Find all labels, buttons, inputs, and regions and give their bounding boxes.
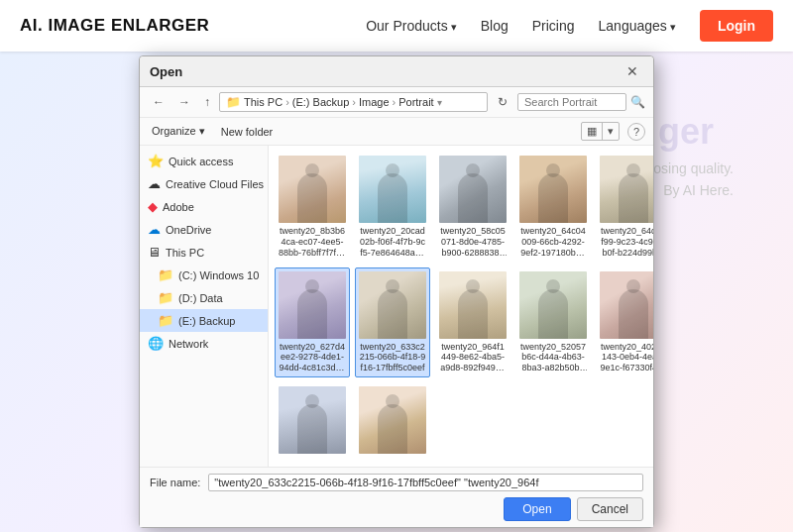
sidebar-label-this-pc: This PC: [166, 247, 204, 259]
file-item[interactable]: [355, 382, 430, 461]
sidebar-item-quick-access[interactable]: ⭐ Quick access: [140, 150, 268, 172]
sidebar-label-backup: (E:) Backup: [178, 315, 235, 327]
open-button[interactable]: Open: [504, 497, 570, 521]
filename-row: File name:: [150, 474, 643, 491]
nav-pricing[interactable]: Pricing: [532, 18, 575, 34]
file-item[interactable]: [275, 382, 350, 461]
file-item[interactable]: twenty20_52057b6c-d44a-4b63-8ba3-a82b50b…: [515, 267, 591, 377]
path-image: Image: [359, 96, 390, 108]
dialog-toolbar: Organize ▾ New folder ▦ ▾ ?: [140, 118, 653, 146]
file-item[interactable]: twenty20_964f1449-8e62-4ba5-a9d8-892f949…: [435, 267, 510, 377]
file-name: twenty20_633c2215-066b-4f18-9f16-17fbff5…: [359, 342, 426, 373]
sidebar-label-adobe: Adobe: [163, 201, 194, 213]
path-display: 📁 This PC › (E:) Backup › Image › Portra…: [219, 92, 488, 112]
this-pc-icon: 🖥: [148, 245, 161, 260]
path-sep-3: ›: [393, 96, 396, 108]
file-item[interactable]: twenty20_20cad02b-f06f-4f7b-9cf5-7e86464…: [355, 152, 430, 262]
dialog-titlebar: Open ✕: [140, 56, 653, 87]
backup-drive-icon: 📁: [158, 313, 173, 328]
path-this-pc: This PC: [244, 96, 283, 108]
sidebar-item-backup[interactable]: 📁 (E:) Backup: [140, 309, 268, 332]
quick-access-icon: ⭐: [148, 154, 164, 168]
up-button[interactable]: ↑: [199, 92, 215, 112]
organize-button[interactable]: Organize ▾: [148, 123, 209, 140]
sidebar-item-creative-cloud[interactable]: ☁ Creative Cloud Files: [140, 172, 268, 195]
nav-languages[interactable]: Languages: [599, 18, 676, 34]
refresh-button[interactable]: ↻: [492, 92, 513, 112]
file-item[interactable]: twenty20_64c04009-66cb-4292-9ef2-197180b…: [515, 152, 591, 262]
login-button[interactable]: Login: [700, 10, 773, 42]
file-thumbnail: [359, 386, 426, 454]
file-thumbnail: [279, 386, 346, 454]
file-thumbnail: [439, 156, 507, 223]
help-button[interactable]: ?: [627, 123, 645, 141]
dialog-title: Open: [150, 64, 182, 79]
file-name: twenty20_64c04009-66cb-4292-9ef2-197180b…: [519, 226, 587, 258]
file-item[interactable]: twenty20_8b3b64ca-ec07-4ee5-88bb-76bff7f…: [275, 152, 350, 262]
search-input[interactable]: [517, 93, 626, 111]
cancel-button[interactable]: Cancel: [577, 497, 643, 521]
breadcrumb-bar: ← → ↑ 📁 This PC › (E:) Backup › Image › …: [140, 87, 653, 118]
path-dropdown-arrow[interactable]: ▾: [437, 97, 442, 108]
filename-label: File name:: [150, 477, 200, 488]
path-backup: (E:) Backup: [292, 96, 349, 108]
file-name: twenty20_40247143-0eb4-4ead-9e1c-f67330f…: [600, 342, 653, 373]
file-item[interactable]: twenty20_40247143-0eb4-4ead-9e1c-f67330f…: [596, 267, 653, 377]
file-thumbnail: [359, 271, 426, 339]
nav-products[interactable]: Our Products: [366, 18, 457, 34]
file-item[interactable]: twenty20_633c2215-066b-4f18-9f16-17fbff5…: [355, 267, 430, 377]
sidebar-label-network: Network: [169, 338, 208, 350]
file-item[interactable]: twenty20_58c05071-8d0e-4785-b900-6288838…: [435, 152, 510, 262]
file-name: twenty20_627d4ee2-9278-4de1-94dd-4c81c3d…: [279, 342, 346, 373]
footer-buttons: Open Cancel: [150, 497, 643, 521]
filename-input[interactable]: [208, 474, 643, 491]
sidebar-item-this-pc[interactable]: 🖥 This PC: [140, 241, 268, 264]
site-logo: AI. IMAGE ENLARGER: [20, 16, 209, 36]
sidebar-item-network[interactable]: 🌐 Network: [140, 332, 268, 355]
new-folder-button[interactable]: New folder: [217, 124, 278, 140]
file-open-dialog: Open ✕ ← → ↑ 📁 This PC › (E:) Backup › I…: [139, 55, 654, 528]
file-thumbnail: [439, 271, 507, 339]
file-name: twenty20_64ddaf99-9c23-4c94-8b0f-b224d99…: [600, 226, 653, 258]
dialog-sidebar: ⭐ Quick access ☁ Creative Cloud Files ◆ …: [140, 146, 269, 467]
file-name: twenty20_964f1449-8e62-4ba5-a9d8-892f949…: [439, 342, 507, 373]
sidebar-label-creative-cloud: Creative Cloud Files: [166, 178, 264, 190]
nav-links: Our Products Blog Pricing Languages Logi…: [366, 10, 773, 42]
view-grid-button[interactable]: ▦: [582, 123, 603, 140]
file-thumbnail: [600, 156, 653, 223]
sidebar-item-windows[interactable]: 📁 (C:) Windows 10: [140, 264, 268, 286]
sidebar-item-onedrive[interactable]: ☁ OneDrive: [140, 218, 268, 241]
sidebar-label-windows: (C:) Windows 10: [178, 269, 259, 281]
sidebar-item-data[interactable]: 📁 (D:) Data: [140, 286, 268, 309]
file-thumbnail: [600, 271, 653, 339]
search-icon: 🔍: [630, 95, 645, 109]
dialog-close-button[interactable]: ✕: [622, 62, 643, 80]
view-dropdown-button[interactable]: ▾: [603, 123, 619, 140]
file-grid: twenty20_8b3b64ca-ec07-4ee5-88bb-76bff7f…: [269, 146, 653, 467]
path-sep-1: ›: [285, 96, 289, 108]
path-sep-2: ›: [352, 96, 356, 108]
file-name: twenty20_58c05071-8d0e-4785-b900-6288838…: [439, 226, 507, 258]
file-name: twenty20_52057b6c-d44a-4b63-8ba3-a82b50b…: [519, 342, 587, 373]
file-thumbnail: [519, 271, 587, 339]
dialog-overlay: Open ✕ ← → ↑ 📁 This PC › (E:) Backup › I…: [0, 52, 793, 532]
file-thumbnail: [519, 156, 587, 223]
file-thumbnail: [279, 271, 346, 339]
adobe-icon: ◆: [148, 199, 158, 214]
nav-blog[interactable]: Blog: [481, 18, 509, 34]
view-toggle: ▦ ▾: [581, 122, 620, 141]
back-button[interactable]: ←: [148, 92, 170, 112]
file-name: twenty20_8b3b64ca-ec07-4ee5-88bb-76bff7f…: [279, 226, 346, 258]
file-item[interactable]: twenty20_64ddaf99-9c23-4c94-8b0f-b224d99…: [596, 152, 653, 262]
forward-button[interactable]: →: [173, 92, 195, 112]
dialog-body: ⭐ Quick access ☁ Creative Cloud Files ◆ …: [140, 146, 653, 467]
creative-cloud-icon: ☁: [148, 176, 161, 191]
path-portrait: Portrait: [398, 96, 433, 108]
network-icon: 🌐: [148, 336, 164, 351]
file-thumbnail: [279, 156, 346, 223]
sidebar-item-adobe[interactable]: ◆ Adobe: [140, 195, 268, 218]
file-thumbnail: [359, 156, 426, 223]
page-background: ger ithout losing quality. By AI Here. S…: [0, 52, 793, 532]
data-drive-icon: 📁: [158, 290, 173, 305]
file-item[interactable]: twenty20_627d4ee2-9278-4de1-94dd-4c81c3d…: [275, 267, 350, 377]
